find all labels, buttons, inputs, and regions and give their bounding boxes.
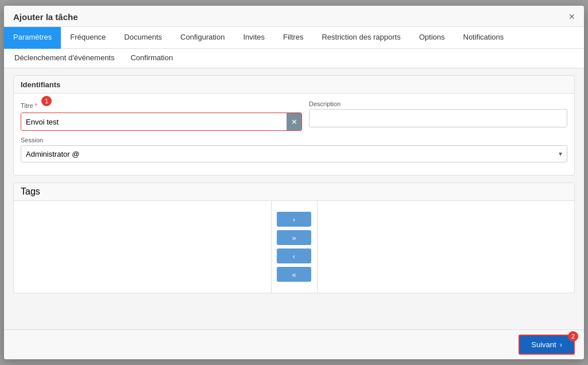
modal-header: Ajouter la tâche ×: [4, 6, 584, 27]
move-right-all-button[interactable]: »: [277, 230, 311, 245]
clear-titre-button[interactable]: ✕: [287, 113, 301, 130]
tab-invites[interactable]: Invites: [234, 27, 274, 49]
tags-title: Tags: [21, 187, 40, 196]
tags-header: Tags: [14, 183, 574, 201]
move-left-button[interactable]: ‹: [277, 248, 311, 263]
tab-declenchement[interactable]: Déclenchement d'événements: [6, 49, 122, 68]
session-select-wrapper: Administrator @ ▾: [21, 145, 567, 162]
required-star: *: [35, 102, 37, 109]
move-right-button[interactable]: ›: [277, 212, 311, 227]
close-button[interactable]: ×: [568, 11, 575, 22]
suivant-badge: 2: [568, 331, 578, 341]
chevron-down-icon: ▾: [559, 150, 562, 158]
session-group: Session Administrator @ ▾: [21, 137, 567, 162]
tab-notifications[interactable]: Notifications: [454, 27, 513, 49]
tab-frequence[interactable]: Fréquence: [61, 27, 115, 49]
session-select[interactable]: Administrator @: [26, 150, 559, 158]
modal: Ajouter la tâche × Paramètres Fréquence …: [4, 6, 584, 359]
suivant-button[interactable]: Suivant ›: [519, 335, 575, 355]
tab-documents[interactable]: Documents: [115, 27, 171, 49]
modal-overlay: Ajouter la tâche × Paramètres Fréquence …: [0, 0, 588, 365]
move-left-all-button[interactable]: «: [277, 267, 311, 282]
identifiants-content: Titre * 1 ✕ Description: [14, 94, 574, 175]
identifiants-header: Identifiants: [14, 76, 574, 94]
tab-parametres[interactable]: Paramètres: [4, 27, 61, 49]
tags-section: Tags › » ‹ «: [13, 182, 575, 293]
chevron-right-icon: ›: [560, 340, 562, 349]
description-group: Description: [309, 100, 567, 131]
titre-badge: 1: [41, 96, 52, 106]
identifiants-title: Identifiants: [21, 80, 60, 89]
description-input[interactable]: [310, 110, 567, 127]
description-label: Description: [309, 100, 567, 107]
titre-label: Titre * 1: [21, 100, 302, 111]
tags-right-panel: [318, 201, 575, 293]
session-row: Session Administrator @ ▾: [21, 137, 567, 162]
session-label: Session: [21, 137, 567, 143]
suivant-label: Suivant: [531, 340, 556, 349]
tags-controls: › » ‹ «: [272, 201, 318, 293]
suivant-wrapper: Suivant › 2: [519, 335, 575, 355]
tab-configuration[interactable]: Configuration: [171, 27, 234, 49]
modal-footer: Suivant › 2: [4, 329, 584, 359]
titre-input-wrapper: ✕: [21, 112, 302, 131]
tabs-row1: Paramètres Fréquence Documents Configura…: [4, 27, 584, 49]
tab-confirmation[interactable]: Confirmation: [122, 49, 181, 68]
modal-body: Identifiants Titre * 1: [4, 68, 584, 329]
tab-restriction-rapports[interactable]: Restriction des rapports: [312, 27, 409, 49]
identifiants-section: Identifiants Titre * 1: [13, 75, 575, 176]
modal-title: Ajouter la tâche: [13, 12, 78, 22]
tab-filtres[interactable]: Filtres: [274, 27, 312, 49]
tags-left-panel: [14, 201, 272, 293]
titre-input[interactable]: [21, 113, 287, 130]
tabs-row2: Déclenchement d'événements Confirmation: [4, 49, 584, 68]
description-input-wrapper: [309, 109, 567, 127]
tab-options[interactable]: Options: [410, 27, 454, 49]
titre-group: Titre * 1 ✕: [21, 100, 302, 131]
tags-content: › » ‹ «: [14, 201, 574, 293]
titre-desc-row: Titre * 1 ✕ Description: [21, 100, 567, 131]
